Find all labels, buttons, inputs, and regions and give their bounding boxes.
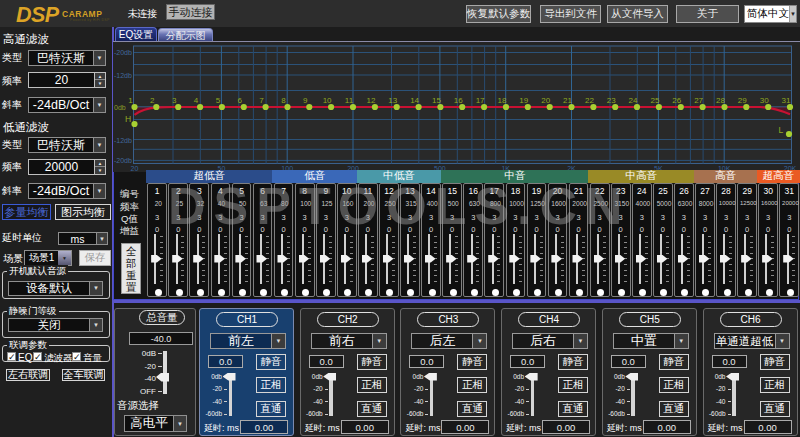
svg-text:11: 11: [345, 96, 354, 105]
svg-text:25: 25: [650, 96, 659, 105]
svg-text:29: 29: [738, 96, 747, 105]
svg-text:24: 24: [629, 96, 638, 105]
svg-text:19: 19: [519, 96, 528, 105]
svg-text:6: 6: [238, 96, 243, 105]
svg-text:L: L: [779, 125, 784, 135]
svg-text:15: 15: [432, 96, 441, 105]
svg-text:1: 1: [128, 96, 133, 105]
svg-text:30: 30: [760, 96, 769, 105]
svg-text:-12db: -12db: [114, 137, 132, 144]
svg-text:8: 8: [281, 96, 286, 105]
svg-text:10: 10: [323, 96, 332, 105]
svg-text:13: 13: [388, 96, 397, 105]
svg-text:20: 20: [541, 96, 550, 105]
svg-text:12: 12: [366, 96, 375, 105]
svg-text:28: 28: [716, 96, 725, 105]
svg-text:4: 4: [194, 96, 199, 105]
svg-text:0db: 0db: [114, 104, 126, 111]
svg-text:23: 23: [607, 96, 616, 105]
svg-text:H: H: [125, 114, 131, 124]
svg-text:27: 27: [694, 96, 703, 105]
svg-text:17: 17: [476, 96, 485, 105]
svg-text:5: 5: [216, 96, 221, 105]
svg-text:18: 18: [498, 96, 507, 105]
svg-text:22: 22: [585, 96, 594, 105]
svg-text:21: 21: [563, 96, 572, 105]
svg-text:14: 14: [410, 96, 419, 105]
svg-text:31: 31: [782, 96, 791, 105]
svg-text:26: 26: [672, 96, 681, 105]
svg-text:3: 3: [172, 96, 177, 105]
svg-text:9: 9: [303, 96, 308, 105]
svg-text:-12db: -12db: [114, 72, 132, 79]
svg-text:-20db: -20db: [114, 157, 132, 164]
svg-text:16: 16: [454, 96, 463, 105]
svg-text:2: 2: [150, 96, 155, 105]
svg-text:-20db: -20db: [114, 49, 132, 56]
svg-text:7: 7: [259, 96, 264, 105]
svg-text:20: 20: [131, 165, 139, 172]
